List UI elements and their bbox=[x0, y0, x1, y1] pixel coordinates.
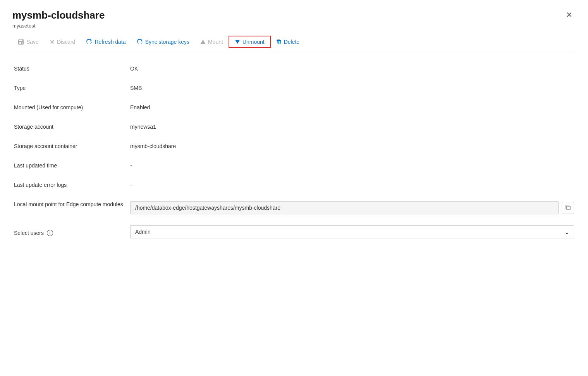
discard-icon: ✕ bbox=[50, 38, 55, 46]
select-users-label-container: Select users i bbox=[14, 225, 130, 236]
close-icon: ✕ bbox=[566, 10, 573, 19]
storage-account-row: Storage account mynewsa1 bbox=[14, 121, 574, 130]
last-error-value: - bbox=[130, 179, 574, 188]
storage-container-value: mysmb-cloudshare bbox=[130, 141, 574, 149]
storage-container-row: Storage account container mysmb-cloudsha… bbox=[14, 141, 574, 149]
panel-header: mysmb-cloudshare myasetest ✕ bbox=[12, 9, 576, 29]
mount-point-row: Local mount point for Edge compute modul… bbox=[14, 199, 574, 214]
svg-marker-1 bbox=[235, 40, 240, 44]
unmount-label: Unmount bbox=[242, 39, 265, 45]
toolbar: Save ✕ Discard Refresh data Sync storage… bbox=[12, 32, 576, 52]
info-icon: i bbox=[47, 230, 53, 236]
svg-rect-2 bbox=[567, 206, 570, 210]
discard-button[interactable]: ✕ Discard bbox=[44, 36, 81, 48]
save-button[interactable]: Save bbox=[12, 36, 44, 47]
panel-title: mysmb-cloudshare bbox=[12, 9, 105, 21]
mount-point-value: /home/databox-edge/hostgatewayshares/mys… bbox=[130, 201, 559, 214]
refresh-label: Refresh data bbox=[95, 39, 126, 45]
select-users-label: Select users bbox=[14, 230, 44, 236]
copy-mount-point-button[interactable] bbox=[562, 202, 574, 214]
sync-label: Sync storage keys bbox=[145, 39, 189, 45]
last-updated-value: - bbox=[130, 160, 574, 169]
last-updated-row: Last updated time - bbox=[14, 160, 574, 169]
mounted-label: Mounted (Used for compute) bbox=[14, 102, 130, 110]
detail-panel: mysmb-cloudshare myasetest ✕ Save ✕ Disc… bbox=[0, 0, 588, 376]
status-row: Status OK bbox=[14, 63, 574, 72]
refresh-button[interactable]: Refresh data bbox=[81, 36, 131, 47]
last-error-label: Last update error logs bbox=[14, 179, 130, 188]
detail-content: Status OK Type SMB Mounted (Used for com… bbox=[12, 63, 576, 238]
refresh-icon bbox=[86, 39, 92, 45]
unmount-button[interactable]: Unmount bbox=[229, 36, 271, 48]
type-label: Type bbox=[14, 83, 130, 91]
save-label: Save bbox=[26, 39, 39, 45]
select-users-row: Select users i Admin ⌄ bbox=[14, 225, 574, 238]
delete-icon bbox=[276, 39, 282, 45]
select-users-container: Admin ⌄ bbox=[130, 225, 574, 238]
delete-label: Delete bbox=[284, 39, 299, 45]
status-label: Status bbox=[14, 63, 130, 72]
mount-icon bbox=[200, 39, 206, 45]
delete-button[interactable]: Delete bbox=[271, 36, 305, 47]
discard-label: Discard bbox=[57, 39, 75, 45]
header-left: mysmb-cloudshare myasetest bbox=[12, 9, 105, 29]
mounted-value: Enabled bbox=[130, 102, 574, 110]
copy-icon bbox=[565, 205, 571, 211]
mount-point-label: Local mount point for Edge compute modul… bbox=[14, 199, 130, 207]
mount-label: Mount bbox=[208, 39, 223, 45]
type-row: Type SMB bbox=[14, 83, 574, 91]
select-users-dropdown[interactable]: Admin bbox=[130, 225, 574, 238]
storage-container-label: Storage account container bbox=[14, 141, 130, 149]
sync-button[interactable]: Sync storage keys bbox=[131, 36, 195, 47]
unmount-icon bbox=[235, 39, 240, 45]
panel-subtitle: myasetest bbox=[12, 23, 105, 29]
storage-account-value: mynewsa1 bbox=[130, 121, 574, 130]
mount-point-value-container: /home/databox-edge/hostgatewayshares/mys… bbox=[130, 199, 574, 214]
svg-marker-0 bbox=[201, 40, 205, 44]
storage-account-label: Storage account bbox=[14, 121, 130, 130]
mount-button[interactable]: Mount bbox=[195, 36, 229, 47]
sync-icon bbox=[137, 39, 143, 45]
save-icon bbox=[18, 39, 24, 45]
last-updated-label: Last updated time bbox=[14, 160, 130, 169]
close-button[interactable]: ✕ bbox=[563, 9, 576, 20]
last-error-row: Last update error logs - bbox=[14, 179, 574, 188]
type-value: SMB bbox=[130, 83, 574, 91]
status-value: OK bbox=[130, 63, 574, 72]
mounted-row: Mounted (Used for compute) Enabled bbox=[14, 102, 574, 110]
